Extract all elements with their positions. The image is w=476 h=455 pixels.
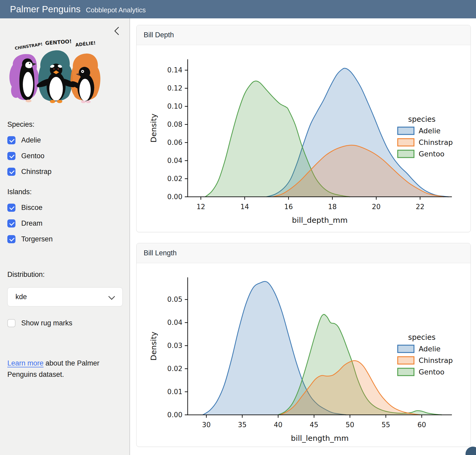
checkbox-label: Chinstrap: [21, 168, 52, 176]
y-axis-label: Density: [149, 114, 158, 142]
app-title: Palmer Penguins: [10, 4, 81, 14]
x-tick-label: 20: [372, 203, 381, 211]
y-tick-label: 0.04: [167, 319, 182, 326]
x-axis-label: bill_depth_mm: [292, 216, 348, 225]
sidebar: CHINSTRAP! GENTOO! ADÉLIE! Species: Adel…: [0, 18, 130, 455]
islands-group-label: Islands:: [7, 188, 122, 196]
checkbox-row-dream[interactable]: Dream: [7, 219, 122, 228]
legend-title: species: [408, 333, 436, 342]
checkbox-checked[interactable]: [7, 204, 15, 212]
checkbox-row-chinstrap[interactable]: Chinstrap: [7, 168, 122, 176]
x-tick-label: 60: [417, 421, 426, 429]
sidebar-collapse-button[interactable]: [112, 25, 122, 37]
bill-length-plot: 303540455055600.000.010.020.030.040.05bi…: [140, 265, 467, 446]
bill-length-card: Bill Length 303540455055600.000.010.020.…: [136, 243, 471, 447]
app-header: Palmer Penguins Cobblepot Analytics: [0, 0, 476, 18]
bill-depth-card-title: Bill Depth: [137, 25, 470, 45]
legend-label-Chinstrap: Chinstrap: [419, 138, 453, 146]
main-content: Bill Depth 1214161820220.000.020.040.060…: [131, 18, 476, 455]
legend-swatch-Chinstrap: [398, 139, 414, 146]
x-tick-label: 40: [274, 421, 283, 429]
x-tick-label: 30: [202, 421, 211, 429]
islands-checklist: BiscoeDreamTorgersen: [7, 204, 122, 243]
legend-label-Gentoo: Gentoo: [419, 150, 444, 158]
chevron-left-icon: [112, 25, 122, 37]
checkbox-row-torgersen[interactable]: Torgersen: [7, 235, 122, 243]
checkbox-checked[interactable]: [7, 219, 15, 228]
checkbox-label: Adelie: [21, 136, 41, 144]
legend-label-Adelie: Adelie: [419, 345, 440, 353]
x-tick-label: 22: [416, 203, 424, 211]
legend-swatch-Adelie: [398, 345, 414, 352]
legend-title: species: [408, 115, 436, 124]
y-axis-label: Density: [149, 332, 158, 361]
checkbox-row-adelie[interactable]: Adelie: [7, 136, 122, 144]
checkbox-checked[interactable]: [7, 235, 15, 243]
chinstrap-label: CHINSTRAP!: [14, 42, 43, 51]
y-tick-label: 0.12: [167, 84, 182, 92]
checkbox-checked[interactable]: [7, 136, 15, 144]
y-tick-label: 0.01: [167, 388, 182, 396]
y-tick-label: 0.05: [167, 295, 182, 303]
gentoo-label: GENTOO!: [45, 38, 72, 46]
rug-marks-row[interactable]: Show rug marks: [7, 319, 122, 327]
checkbox-label: Dream: [21, 219, 42, 228]
y-tick-label: 0.02: [167, 365, 182, 373]
x-tick-label: 55: [381, 421, 390, 429]
species-checklist: AdelieGentooChinstrap: [7, 136, 122, 176]
y-tick-label: 0.00: [167, 193, 182, 201]
y-tick-label: 0.10: [167, 102, 182, 110]
legend-swatch-Gentoo: [398, 368, 414, 375]
x-tick-label: 35: [238, 421, 247, 429]
app-subtitle: Cobblepot Analytics: [86, 6, 146, 14]
distribution-select[interactable]: kde: [7, 287, 123, 306]
legend-swatch-Gentoo: [398, 150, 414, 157]
rug-marks-label: Show rug marks: [21, 319, 72, 327]
y-tick-label: 0.14: [167, 66, 182, 74]
checkbox-label: Biscoe: [21, 204, 42, 212]
checkbox-label: Torgersen: [21, 235, 53, 243]
penguin-artwork: CHINSTRAP! GENTOO! ADÉLIE!: [5, 35, 107, 108]
checkbox-label: Gentoo: [21, 152, 45, 160]
checkbox-row-gentoo[interactable]: Gentoo: [7, 152, 122, 160]
y-tick-label: 0.04: [167, 157, 182, 165]
learn-more-link[interactable]: Learn more: [7, 359, 44, 367]
legend-label-Adelie: Adelie: [419, 127, 440, 135]
bill-length-card-title: Bill Length: [137, 243, 470, 263]
y-tick-label: 0.08: [167, 120, 182, 128]
checkbox-checked[interactable]: [7, 152, 15, 160]
x-tick-label: 45: [310, 421, 318, 429]
legend-label-Gentoo: Gentoo: [419, 368, 444, 376]
bill-depth-plot: 1214161820220.000.020.040.060.080.100.12…: [140, 47, 467, 228]
x-tick-label: 50: [345, 421, 354, 429]
x-axis-label: bill_length_mm: [291, 434, 349, 443]
legend-swatch-Chinstrap: [398, 357, 414, 364]
adelie-label: ADÉLIE!: [75, 40, 96, 47]
species-group-label: Species:: [7, 120, 122, 129]
x-tick-label: 18: [328, 203, 337, 211]
learn-more-text: Learn more about the Palmer Penguins dat…: [7, 358, 117, 380]
distribution-selected-value: kde: [15, 293, 27, 301]
bill-depth-card: Bill Depth 1214161820220.000.020.040.060…: [136, 25, 471, 232]
y-tick-label: 0.03: [167, 342, 182, 350]
legend-label-Chinstrap: Chinstrap: [419, 356, 453, 364]
y-tick-label: 0.06: [167, 139, 182, 146]
x-tick-label: 16: [284, 203, 293, 211]
y-tick-label: 0.02: [167, 175, 182, 183]
x-tick-label: 14: [240, 203, 249, 211]
legend-swatch-Adelie: [398, 127, 414, 134]
checkbox-row-biscoe[interactable]: Biscoe: [7, 204, 122, 212]
x-tick-label: 12: [197, 203, 205, 211]
checkbox-checked[interactable]: [7, 168, 15, 176]
distribution-label: Distribution:: [7, 271, 122, 279]
checkbox-unchecked[interactable]: [7, 319, 15, 327]
y-tick-label: 0.00: [167, 411, 182, 419]
